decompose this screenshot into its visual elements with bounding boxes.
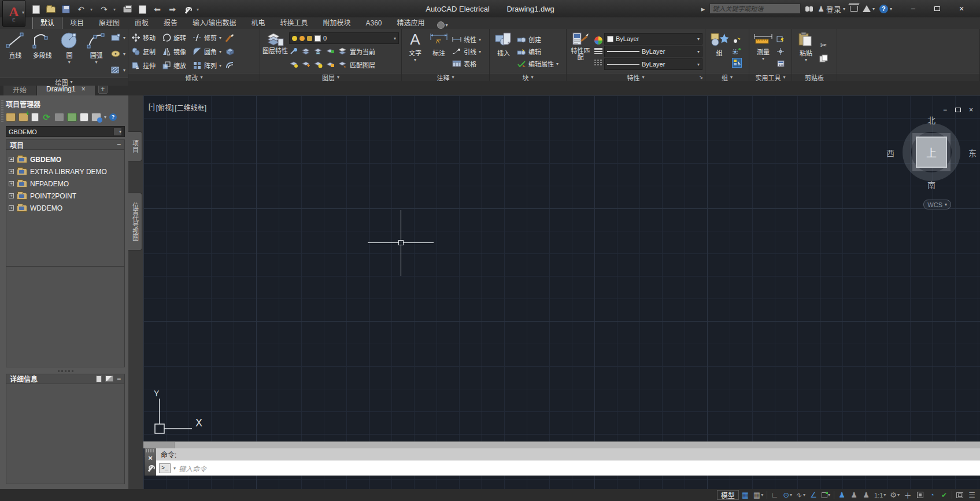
tab-conversion-tools[interactable]: 转换工具 — [272, 16, 315, 29]
annotation-scale-button[interactable]: 1:1▾ — [872, 489, 887, 500]
expand-icon[interactable]: + — [9, 205, 14, 211]
collapse-projects-icon[interactable]: − — [117, 141, 121, 149]
new-drawing-button[interactable] — [31, 113, 39, 121]
copy-button[interactable]: 复制 — [131, 45, 156, 58]
model-space-button[interactable]: 模型 — [717, 490, 739, 500]
plot-button[interactable] — [121, 3, 133, 15]
move-button[interactable]: 移动 — [131, 31, 156, 45]
viewport-minimize-control[interactable]: [-] — [149, 102, 155, 112]
project-selector-combo[interactable]: GBDEMO ▾ — [6, 126, 125, 137]
scrollbar-left-segment[interactable] — [143, 442, 175, 448]
trim-button[interactable]: 修剪▾ — [192, 31, 221, 45]
viewport-view-control[interactable]: [俯视] — [156, 102, 174, 112]
drawing-close-button[interactable]: × — [969, 106, 973, 114]
tab-project[interactable]: 项目 — [62, 16, 91, 29]
annotation-scale-person-icon[interactable]: ♟ — [860, 489, 872, 500]
linetype-icon[interactable] — [593, 58, 603, 68]
tab-schematic[interactable]: 原理图 — [91, 16, 127, 29]
layer-combo[interactable]: 0 ▾ — [289, 32, 399, 44]
viewcube[interactable]: 北 南 西 东 上 — [896, 116, 967, 188]
object-color-combo[interactable]: ByLayer ▾ — [604, 33, 702, 45]
group-button[interactable]: 组 — [708, 31, 731, 72]
edit-block-button[interactable]: 编辑 — [516, 46, 559, 57]
new-project-tab-button[interactable] — [136, 3, 148, 15]
previous-drawing-button[interactable]: ⬅ — [151, 3, 163, 15]
edit-attributes-button[interactable]: 编辑属性▾ — [516, 58, 559, 69]
command-input-placeholder[interactable]: 键入命令 — [179, 463, 206, 473]
isometric-drafting-toggle[interactable]: ∿▾ — [794, 489, 807, 500]
tree-item-extra-library-demo[interactable]: + EXTRA LIBRARY DEMO — [9, 165, 122, 178]
tab-featured-apps[interactable]: 精选应用 — [390, 16, 432, 29]
close-command-line-button[interactable]: × — [148, 454, 153, 463]
ellipse-button[interactable]: ▾ — [110, 47, 125, 61]
panel-footer-block[interactable]: 块▾ — [490, 73, 566, 81]
projects-section-header[interactable]: 项目 − — [6, 139, 125, 150]
collapse-details-icon[interactable]: − — [117, 375, 121, 383]
horizontal-scrollbar[interactable] — [143, 441, 980, 448]
array-button[interactable]: 阵列▾ — [192, 58, 221, 72]
new-project-button[interactable] — [19, 113, 28, 121]
group-edit-button[interactable] — [732, 47, 742, 57]
panel-footer-layers[interactable]: 图层▾ — [260, 73, 401, 81]
drawing-minimize-button[interactable]: − — [943, 106, 947, 114]
match-properties-button[interactable]: 特性匹配 — [569, 31, 592, 72]
object-snap-tracking-toggle[interactable]: ∠ — [808, 489, 819, 500]
layer-properties-button[interactable]: 图层特性 — [262, 31, 288, 72]
quick-select-button[interactable] — [776, 35, 786, 45]
details-section-header[interactable]: 详细信息 − — [6, 374, 125, 384]
offset-button[interactable] — [225, 60, 235, 70]
text-button[interactable]: A 文字▾ — [404, 31, 426, 72]
qat-customize-dropdown[interactable]: ▾ — [197, 7, 201, 12]
layer-isolate-button[interactable] — [301, 46, 311, 56]
vtab-location-view[interactable]: 位置代号视图 — [128, 193, 142, 250]
redo-dropdown[interactable]: ▾ — [113, 7, 118, 12]
set-current-button[interactable]: 置为当前 — [350, 47, 375, 56]
polyline-button[interactable]: 多段线 — [29, 31, 56, 77]
copy-clip-button[interactable] — [819, 53, 829, 63]
plot-publish-button[interactable] — [91, 113, 101, 121]
project-combo-caret[interactable]: ▾ — [113, 127, 122, 136]
autoscale-annotations-toggle[interactable]: ♟ — [848, 489, 860, 500]
layer-freeze-button[interactable] — [313, 46, 323, 56]
dimension-button[interactable]: 标注 — [427, 31, 450, 72]
ribbon-display-toggle[interactable]: ▾ — [437, 21, 448, 29]
panel-footer-properties[interactable]: 特性▾ ↘ — [567, 73, 705, 81]
tab-addins[interactable]: 附加模块 — [315, 16, 358, 29]
panel-footer-clipboard[interactable]: 剪贴板 — [792, 73, 837, 81]
search-expand-caret[interactable]: ▸ — [701, 5, 705, 13]
workspace-switching-button[interactable]: ⚙▾ — [888, 489, 901, 500]
expand-icon[interactable]: + — [9, 169, 14, 174]
object-snap-toggle[interactable]: ▾ — [820, 489, 832, 500]
qnew-button[interactable] — [30, 3, 42, 15]
command-prompt-icon[interactable]: >_ — [159, 463, 171, 473]
maximize-button[interactable] — [929, 3, 945, 14]
tree-item-gbdemo[interactable]: + GBDEMO — [9, 153, 122, 165]
ucs-icon[interactable]: Y X — [147, 388, 210, 441]
hardware-acceleration-toggle[interactable]: ◔ — [926, 489, 938, 500]
linear-dim-button[interactable]: 线性▾ — [452, 34, 481, 45]
tab-a360[interactable]: A360 — [358, 18, 389, 29]
undo-button[interactable]: ↶ — [75, 3, 87, 15]
viewcube-top-face[interactable]: 上 — [916, 137, 947, 168]
viewcube-south[interactable]: 南 — [927, 179, 935, 190]
details-document-icon[interactable] — [96, 375, 102, 382]
drawing-canvas[interactable]: [-] [俯视] [二维线框] − × 北 南 西 东 上 WCS ▾ Y — [143, 95, 980, 489]
application-menu-button[interactable]: A E ▾ — [2, 0, 25, 27]
ungroup-button[interactable] — [732, 36, 742, 46]
cut-button[interactable]: ✂ — [819, 40, 829, 50]
circle-button[interactable]: 圆▾ — [57, 31, 83, 77]
a360-button[interactable]: ▾ — [863, 5, 875, 12]
color-wheel-icon[interactable] — [593, 36, 603, 46]
annotation-visibility-toggle[interactable]: ♟ — [836, 489, 848, 500]
layer-lock-button[interactable] — [326, 46, 335, 56]
clean-screen-button[interactable] — [954, 489, 966, 500]
search-icon[interactable] — [805, 6, 813, 12]
vtab-project-manager[interactable]: 项目 — [128, 131, 142, 161]
expand-icon[interactable]: + — [9, 181, 14, 186]
tab-reports[interactable]: 报告 — [156, 16, 185, 29]
measure-button[interactable]: 测量▾ — [752, 31, 775, 72]
stretch-button[interactable]: 拉伸 — [131, 58, 156, 72]
recent-commands-caret[interactable]: ▾ — [173, 466, 176, 471]
line-button[interactable]: 直线 — [2, 31, 28, 77]
tab-import-export[interactable]: 输入/输出数据 — [185, 16, 243, 29]
